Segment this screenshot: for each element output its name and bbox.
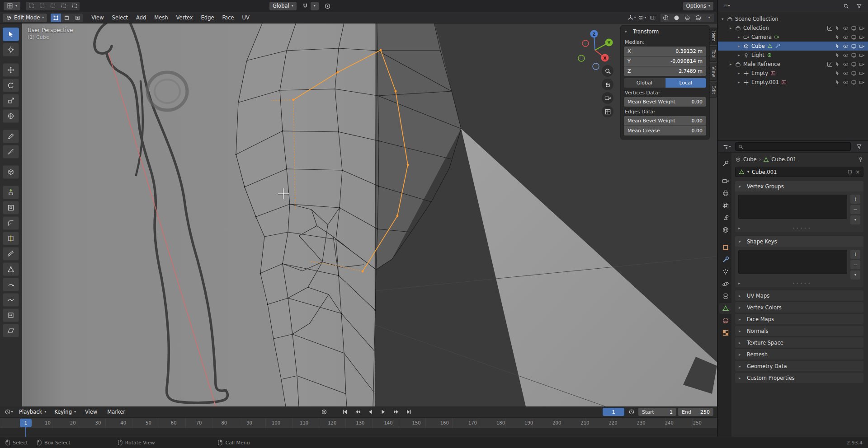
add-vertex-group-button[interactable]: + (850, 195, 860, 204)
gizmo-dropdown[interactable]: ▾ (627, 14, 637, 22)
tab-edit[interactable]: Edit (710, 82, 717, 98)
tab-object-data[interactable] (719, 303, 731, 314)
tool-edge-slide[interactable] (3, 308, 19, 322)
select-option-set[interactable] (26, 2, 36, 10)
vertex-bevel-weight-field[interactable]: Mean Bevel Weight 0.00 (624, 97, 706, 107)
select-option-intersect[interactable] (69, 2, 80, 10)
tool-bevel[interactable] (3, 216, 19, 230)
cursor-icon[interactable] (835, 79, 840, 85)
eye-icon[interactable] (843, 70, 849, 76)
screen-icon[interactable] (851, 25, 857, 31)
gizmo-axis-neg-z[interactable] (593, 63, 599, 70)
camera-icon[interactable] (859, 52, 865, 58)
camera-view-button[interactable] (602, 92, 613, 104)
tool-annotate[interactable] (3, 130, 19, 143)
chevron-right-icon[interactable] (730, 62, 735, 66)
vertex-select-mode[interactable] (51, 14, 61, 22)
tool-knife[interactable] (3, 247, 19, 261)
tool-add-cube[interactable] (3, 165, 19, 179)
eye-icon[interactable] (843, 52, 849, 58)
tab-view[interactable]: View (710, 63, 717, 81)
tool-move[interactable] (3, 63, 19, 77)
eye-icon[interactable] (843, 25, 849, 31)
camera-icon[interactable] (859, 79, 865, 85)
outliner-row-empty[interactable]: Empty (718, 69, 868, 78)
tool-transform[interactable] (3, 109, 19, 123)
tab-output[interactable] (719, 188, 731, 199)
jump-to-end-button[interactable] (403, 408, 414, 416)
edge-select-mode[interactable] (61, 14, 72, 22)
panel-texture-space[interactable]: Texture Space (735, 337, 863, 348)
outliner-filter-button[interactable] (854, 2, 864, 10)
menu-mesh[interactable]: Mesh (150, 12, 172, 23)
screen-icon[interactable] (851, 43, 857, 49)
gizmo-axis-neg-x[interactable] (582, 40, 589, 47)
play-reverse-button[interactable] (365, 408, 376, 416)
menu-select[interactable]: Select (108, 12, 132, 23)
menu-add[interactable]: Add (132, 12, 150, 23)
chevron-right-icon[interactable] (738, 44, 743, 48)
navigation-gizmo[interactable]: Z Y X (578, 30, 613, 70)
properties-editor-type-button[interactable]: ▾ (722, 142, 732, 151)
tool-spin[interactable] (3, 278, 19, 291)
timeline-track[interactable] (0, 429, 717, 436)
preview-range-button[interactable] (626, 408, 637, 416)
shape-key-specials-button[interactable]: ▾ (850, 271, 860, 280)
tab-tool[interactable]: Tool (710, 46, 717, 62)
chevron-right-icon[interactable] (730, 26, 735, 30)
properties-filter-button[interactable] (854, 142, 864, 151)
outliner-row-light[interactable]: Light (718, 51, 868, 60)
tab-tool[interactable] (719, 158, 731, 169)
screen-icon[interactable] (851, 79, 857, 85)
select-option-extend[interactable] (37, 2, 47, 10)
editor-type-button[interactable]: ▾ (4, 2, 20, 10)
screen-icon[interactable] (851, 70, 857, 76)
cursor-icon[interactable] (835, 70, 840, 76)
zoom-button[interactable] (602, 65, 613, 77)
timeline-marker-menu[interactable]: Marker (103, 406, 129, 418)
breadcrumb-object[interactable]: Cube (743, 156, 757, 163)
jump-to-start-button[interactable] (340, 408, 350, 416)
eye-icon[interactable] (843, 43, 849, 49)
end-frame-field[interactable]: End 250 (678, 408, 713, 416)
tab-constraints[interactable] (719, 291, 731, 302)
play-button[interactable] (377, 408, 388, 416)
shape-keys-list[interactable] (738, 250, 847, 274)
menu-edge[interactable]: Edge (197, 12, 218, 23)
menu-uv[interactable]: UV (238, 12, 254, 23)
panel-custom-properties[interactable]: Custom Properties (735, 373, 863, 383)
median-y-field[interactable]: Y -0.090814 m (624, 56, 706, 66)
tool-smooth[interactable] (3, 293, 19, 307)
transform-panel-header[interactable]: Transform (621, 26, 709, 37)
vertex-groups-list[interactable] (738, 195, 847, 219)
tab-item[interactable]: Item (710, 28, 717, 45)
tool-select-box[interactable] (3, 28, 19, 41)
timeline-ruler[interactable]: 1102030405060708090100110120130140150160… (0, 418, 717, 429)
tool-extrude[interactable] (3, 186, 19, 199)
snap-toggle-button[interactable] (300, 2, 311, 10)
tool-rotate[interactable] (3, 79, 19, 92)
tab-modifiers[interactable] (719, 254, 731, 265)
panel-remesh[interactable]: Remesh (735, 349, 863, 359)
panel-face-maps[interactable]: Face Maps (735, 314, 863, 324)
snap-settings-dropdown[interactable]: ▾ (311, 2, 319, 10)
eye-icon[interactable] (843, 61, 849, 67)
median-x-field[interactable]: X 0.39132 m (624, 47, 706, 56)
chevron-right-icon[interactable] (738, 281, 744, 285)
tab-view-layer[interactable] (719, 200, 731, 211)
cursor-icon[interactable] (835, 25, 840, 31)
chevron-right-icon[interactable] (738, 71, 743, 75)
pan-button[interactable] (602, 79, 613, 90)
outliner-row-empty-001[interactable]: Empty.001 (718, 78, 868, 87)
xray-toggle[interactable] (647, 14, 658, 22)
panel-vertex-colors[interactable]: Vertex Colors (735, 302, 863, 313)
transform-orientation-dropdown[interactable]: Global ▾ (269, 2, 297, 10)
select-option-invert[interactable] (58, 2, 69, 10)
timeline-editor-type-button[interactable]: ▾ (4, 408, 14, 416)
menu-face[interactable]: Face (218, 12, 238, 23)
outliner-row-male-refrence[interactable]: Male Refrence ✓ (718, 60, 868, 69)
outliner-row-cube[interactable]: Cube (718, 42, 868, 51)
chevron-right-icon[interactable] (738, 35, 743, 39)
properties-search[interactable] (735, 142, 851, 151)
outliner-row-scene-collection[interactable]: Scene Collection (718, 14, 868, 23)
